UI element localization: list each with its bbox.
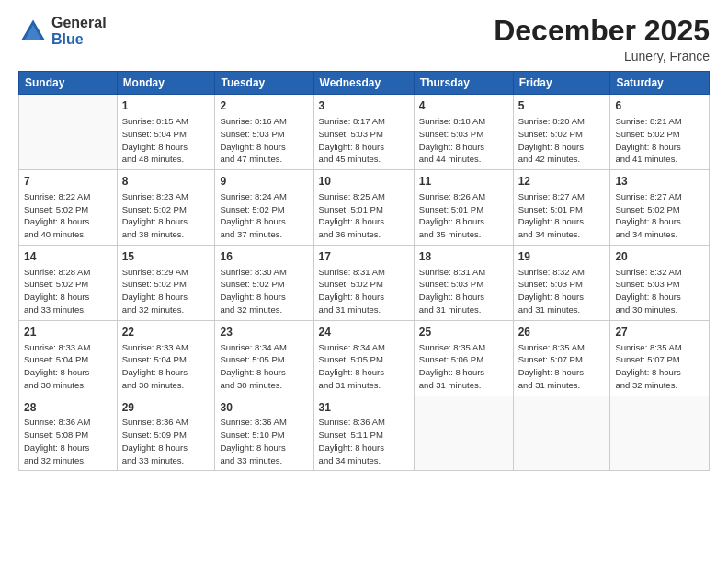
day-info: Sunrise: 8:36 AMSunset: 5:09 PMDaylight:…	[122, 416, 210, 466]
day-info: Sunrise: 8:18 AMSunset: 5:03 PMDaylight:…	[419, 115, 508, 166]
day-number: 26	[518, 325, 606, 340]
day-number: 21	[24, 325, 112, 340]
day-info: Sunrise: 8:34 AMSunset: 5:05 PMDaylight:…	[319, 341, 409, 392]
day-cell	[513, 396, 610, 471]
day-number: 25	[419, 325, 508, 340]
day-info: Sunrise: 8:16 AMSunset: 5:03 PMDaylight:…	[220, 115, 308, 166]
day-cell: 21Sunrise: 8:33 AMSunset: 5:04 PMDayligh…	[19, 320, 118, 396]
calendar-header: SundayMondayTuesdayWednesdayThursdayFrid…	[19, 72, 710, 95]
day-number: 2	[220, 98, 308, 114]
day-cell: 7Sunrise: 8:22 AMSunset: 5:02 PMDaylight…	[19, 170, 118, 246]
day-number: 11	[419, 174, 508, 190]
week-row-4: 28Sunrise: 8:36 AMSunset: 5:08 PMDayligh…	[19, 396, 710, 471]
day-number: 27	[615, 325, 704, 340]
header-cell-wednesday: Wednesday	[313, 72, 414, 95]
day-number: 10	[319, 174, 409, 190]
day-cell: 24Sunrise: 8:34 AMSunset: 5:05 PMDayligh…	[313, 320, 414, 396]
day-number: 20	[615, 249, 704, 265]
day-info: Sunrise: 8:32 AMSunset: 5:03 PMDaylight:…	[518, 266, 606, 316]
calendar-table: SundayMondayTuesdayWednesdayThursdayFrid…	[18, 71, 710, 471]
day-cell: 1Sunrise: 8:15 AMSunset: 5:04 PMDaylight…	[117, 95, 215, 170]
header-cell-thursday: Thursday	[414, 72, 513, 95]
day-number: 30	[220, 400, 308, 416]
day-number: 3	[319, 98, 409, 114]
day-cell: 16Sunrise: 8:30 AMSunset: 5:02 PMDayligh…	[215, 245, 313, 320]
day-number: 8	[122, 174, 210, 190]
day-info: Sunrise: 8:20 AMSunset: 5:02 PMDaylight:…	[518, 115, 606, 166]
week-row-0: 1Sunrise: 8:15 AMSunset: 5:04 PMDaylight…	[19, 95, 710, 170]
day-info: Sunrise: 8:17 AMSunset: 5:03 PMDaylight:…	[319, 115, 409, 166]
day-cell: 25Sunrise: 8:35 AMSunset: 5:06 PMDayligh…	[414, 320, 513, 396]
day-info: Sunrise: 8:36 AMSunset: 5:08 PMDaylight:…	[24, 416, 112, 466]
logo-icon	[18, 17, 48, 46]
day-number: 29	[122, 400, 210, 416]
week-row-1: 7Sunrise: 8:22 AMSunset: 5:02 PMDaylight…	[19, 170, 710, 246]
week-row-2: 14Sunrise: 8:28 AMSunset: 5:02 PMDayligh…	[19, 245, 710, 320]
day-cell: 9Sunrise: 8:24 AMSunset: 5:02 PMDaylight…	[215, 170, 313, 246]
week-row-3: 21Sunrise: 8:33 AMSunset: 5:04 PMDayligh…	[19, 320, 710, 396]
day-number: 4	[419, 98, 508, 114]
day-info: Sunrise: 8:15 AMSunset: 5:04 PMDaylight:…	[122, 115, 210, 166]
day-cell: 27Sunrise: 8:35 AMSunset: 5:07 PMDayligh…	[610, 320, 710, 396]
day-cell: 18Sunrise: 8:31 AMSunset: 5:03 PMDayligh…	[414, 245, 513, 320]
header-cell-tuesday: Tuesday	[215, 72, 313, 95]
header-row: SundayMondayTuesdayWednesdayThursdayFrid…	[19, 72, 710, 95]
day-number: 7	[24, 174, 112, 190]
day-number: 1	[122, 98, 210, 114]
day-info: Sunrise: 8:34 AMSunset: 5:05 PMDaylight:…	[220, 341, 308, 392]
day-cell: 15Sunrise: 8:29 AMSunset: 5:02 PMDayligh…	[117, 245, 215, 320]
header-cell-monday: Monday	[117, 72, 215, 95]
day-info: Sunrise: 8:36 AMSunset: 5:10 PMDaylight:…	[220, 416, 308, 466]
day-cell: 10Sunrise: 8:25 AMSunset: 5:01 PMDayligh…	[313, 170, 414, 246]
day-info: Sunrise: 8:24 AMSunset: 5:02 PMDaylight:…	[220, 190, 308, 241]
header-cell-sunday: Sunday	[19, 72, 118, 95]
day-info: Sunrise: 8:33 AMSunset: 5:04 PMDaylight:…	[24, 341, 112, 392]
page: General Blue December 2025 Lunery, Franc…	[0, 0, 728, 563]
day-cell: 4Sunrise: 8:18 AMSunset: 5:03 PMDaylight…	[414, 95, 513, 170]
day-info: Sunrise: 8:35 AMSunset: 5:07 PMDaylight:…	[615, 341, 704, 392]
day-cell: 8Sunrise: 8:23 AMSunset: 5:02 PMDaylight…	[117, 170, 215, 246]
day-cell: 17Sunrise: 8:31 AMSunset: 5:02 PMDayligh…	[313, 245, 414, 320]
day-cell: 2Sunrise: 8:16 AMSunset: 5:03 PMDaylight…	[215, 95, 313, 170]
day-cell: 23Sunrise: 8:34 AMSunset: 5:05 PMDayligh…	[215, 320, 313, 396]
logo-general-text: General	[51, 15, 107, 31]
day-cell: 29Sunrise: 8:36 AMSunset: 5:09 PMDayligh…	[117, 396, 215, 471]
day-number: 5	[518, 98, 606, 114]
day-number: 6	[615, 98, 704, 114]
day-cell: 26Sunrise: 8:35 AMSunset: 5:07 PMDayligh…	[513, 320, 610, 396]
day-info: Sunrise: 8:28 AMSunset: 5:02 PMDaylight:…	[24, 266, 112, 316]
day-cell	[610, 396, 710, 471]
day-cell: 19Sunrise: 8:32 AMSunset: 5:03 PMDayligh…	[513, 245, 610, 320]
day-cell: 6Sunrise: 8:21 AMSunset: 5:02 PMDaylight…	[610, 95, 710, 170]
day-info: Sunrise: 8:35 AMSunset: 5:06 PMDaylight:…	[419, 341, 508, 392]
logo-text: General Blue	[51, 15, 107, 47]
calendar-body: 1Sunrise: 8:15 AMSunset: 5:04 PMDaylight…	[19, 95, 710, 471]
day-number: 23	[220, 325, 308, 340]
header-cell-saturday: Saturday	[610, 72, 710, 95]
day-info: Sunrise: 8:21 AMSunset: 5:02 PMDaylight:…	[615, 115, 704, 166]
day-info: Sunrise: 8:32 AMSunset: 5:03 PMDaylight:…	[615, 266, 704, 316]
month-title: December 2025	[494, 15, 710, 47]
day-cell: 3Sunrise: 8:17 AMSunset: 5:03 PMDaylight…	[313, 95, 414, 170]
day-number: 31	[319, 400, 409, 416]
logo: General Blue	[18, 15, 107, 47]
day-number: 12	[518, 174, 606, 190]
day-info: Sunrise: 8:33 AMSunset: 5:04 PMDaylight:…	[122, 341, 210, 392]
day-info: Sunrise: 8:22 AMSunset: 5:02 PMDaylight:…	[24, 190, 112, 241]
day-info: Sunrise: 8:26 AMSunset: 5:01 PMDaylight:…	[419, 190, 508, 241]
header: General Blue December 2025 Lunery, Franc…	[18, 15, 710, 63]
day-info: Sunrise: 8:31 AMSunset: 5:02 PMDaylight:…	[319, 266, 409, 316]
subtitle: Lunery, France	[494, 49, 710, 63]
day-cell: 14Sunrise: 8:28 AMSunset: 5:02 PMDayligh…	[19, 245, 118, 320]
day-number: 17	[319, 249, 409, 265]
day-number: 16	[220, 249, 308, 265]
day-info: Sunrise: 8:36 AMSunset: 5:11 PMDaylight:…	[319, 416, 409, 466]
day-cell: 22Sunrise: 8:33 AMSunset: 5:04 PMDayligh…	[117, 320, 215, 396]
day-info: Sunrise: 8:25 AMSunset: 5:01 PMDaylight:…	[319, 190, 409, 241]
day-info: Sunrise: 8:23 AMSunset: 5:02 PMDaylight:…	[122, 190, 210, 241]
day-number: 14	[24, 249, 112, 265]
day-cell: 28Sunrise: 8:36 AMSunset: 5:08 PMDayligh…	[19, 396, 118, 471]
day-cell: 20Sunrise: 8:32 AMSunset: 5:03 PMDayligh…	[610, 245, 710, 320]
day-cell	[414, 396, 513, 471]
day-info: Sunrise: 8:35 AMSunset: 5:07 PMDaylight:…	[518, 341, 606, 392]
